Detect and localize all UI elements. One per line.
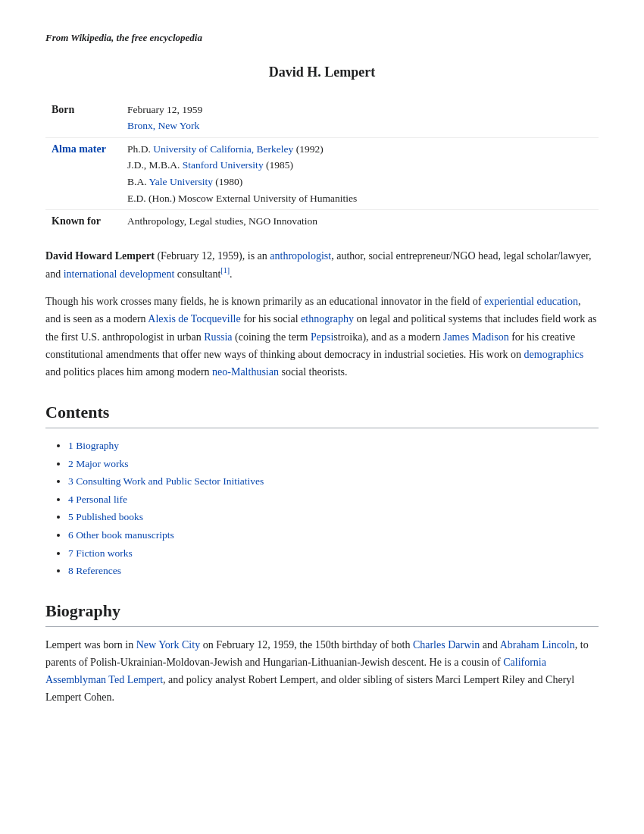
toc-item-1: 1 Biography: [68, 437, 599, 454]
charles-darwin-link[interactable]: Charles Darwin: [413, 639, 480, 651]
toc-link-7[interactable]: 7 Fiction works: [68, 547, 133, 559]
toc-link-4[interactable]: 4 Personal life: [68, 494, 127, 505]
abraham-lincoln-link[interactable]: Abraham Lincoln: [500, 639, 575, 651]
toc-item-4: 4 Personal life: [68, 491, 599, 508]
wiki-source-line: From Wikipedia, the free encyclopedia: [45, 30, 599, 46]
intl-dev-link[interactable]: international development: [64, 268, 175, 279]
ethnography-link[interactable]: ethnography: [301, 313, 354, 325]
neo-malthusian-link[interactable]: neo-Malthusian: [212, 366, 279, 378]
known-for-value: Anthropology, Legal studies, NGO Innovat…: [121, 210, 599, 234]
toc-item-8: 8 References: [68, 563, 599, 579]
yale-link[interactable]: Yale University: [148, 176, 213, 187]
infobox: Born February 12, 1959 Bronx, New York A…: [45, 99, 599, 234]
biography-paragraph: Lempert was born in New York City on Feb…: [45, 636, 599, 706]
toc-item-2: 2 Major works: [68, 456, 599, 472]
toc-list: 1 Biography 2 Major works 3 Consulting W…: [45, 437, 599, 579]
alma-mater-label[interactable]: Alma mater: [45, 137, 121, 209]
infobox-known-row: Known for Anthropology, Legal studies, N…: [45, 210, 599, 234]
toc-item-7: 7 Fiction works: [68, 545, 599, 562]
known-for-label: Known for: [45, 210, 121, 234]
table-of-contents: 1 Biography 2 Major works 3 Consulting W…: [45, 437, 599, 579]
russia-link[interactable]: Russia: [204, 331, 232, 343]
bronx-ny-link[interactable]: Bronx, New York: [127, 120, 199, 131]
alma-mater-link[interactable]: Alma mater: [52, 143, 106, 155]
demographics-link[interactable]: demographics: [524, 349, 584, 360]
intro-paragraph-2: Though his work crosses many fields, he …: [45, 293, 599, 380]
uc-berkeley-link[interactable]: University of California, Berkeley: [153, 143, 293, 155]
intro-paragraph-1: David Howard Lempert (February 12, 1959)…: [45, 247, 599, 283]
toc-link-1[interactable]: 1 Biography: [68, 440, 119, 451]
toc-link-2[interactable]: 2 Major works: [68, 458, 129, 469]
toc-link-3[interactable]: 3 Consulting Work and Public Sector Init…: [68, 475, 264, 487]
alma-mater-value: Ph.D. University of California, Berkeley…: [121, 137, 599, 209]
born-value: February 12, 1959 Bronx, New York: [121, 99, 599, 138]
edu-phd: Ph.D. University of California, Berkeley…: [127, 143, 324, 155]
toc-item-3: 3 Consulting Work and Public Sector Init…: [68, 473, 599, 490]
ted-lempert-link[interactable]: Ted Lempert: [108, 674, 163, 685]
experiential-edu-link[interactable]: experiential education: [484, 296, 578, 307]
nyc-link[interactable]: New York City: [136, 639, 200, 651]
page-title: David H. Lempert: [45, 61, 599, 83]
footnote-1[interactable]: [1]: [220, 266, 230, 274]
infobox-born-row: Born February 12, 1959 Bronx, New York: [45, 99, 599, 138]
edu-ed-hon: E.D. (Hon.) Moscow External University o…: [127, 193, 357, 204]
toc-link-5[interactable]: 5 Published books: [68, 511, 143, 522]
toc-item-5: 5 Published books: [68, 509, 599, 525]
infobox-alma-row: Alma mater Ph.D. University of Californi…: [45, 137, 599, 209]
subject-name-bold: David Howard Lempert: [45, 250, 155, 262]
edu-ba: B.A. Yale University (1980): [127, 176, 242, 187]
toc-link-6[interactable]: 6 Other book manuscripts: [68, 529, 174, 541]
toc-item-6: 6 Other book manuscripts: [68, 527, 599, 544]
pepsi-link[interactable]: Pepsi: [311, 331, 333, 343]
biography-heading: Biography: [45, 597, 599, 627]
born-label: Born: [45, 99, 121, 138]
born-date: February 12, 1959: [127, 104, 202, 115]
alexis-de-tocqueville-link[interactable]: Alexis de Tocqueville: [148, 313, 240, 325]
contents-heading: Contents: [45, 399, 599, 428]
toc-link-8[interactable]: 8 References: [68, 565, 121, 576]
anthropologist-link[interactable]: anthropologist: [270, 250, 331, 262]
edu-jd-mba: J.D., M.B.A. Stanford University (1985): [127, 159, 293, 171]
james-madison-link[interactable]: James Madison: [443, 331, 509, 343]
stanford-link[interactable]: Stanford University: [183, 159, 264, 171]
